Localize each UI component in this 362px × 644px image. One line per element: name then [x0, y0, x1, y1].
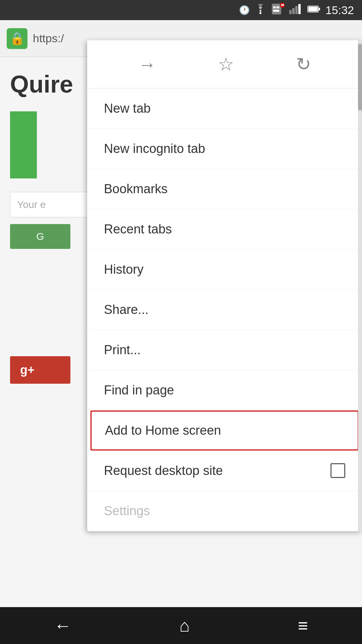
svg-rect-8: [289, 10, 292, 14]
svg-rect-9: [292, 8, 295, 14]
reload-icon[interactable]: ↻: [286, 50, 321, 78]
request-desktop-checkbox[interactable]: [330, 463, 345, 478]
battery-icon: [307, 5, 321, 15]
menu-button[interactable]: ≡: [298, 615, 308, 636]
status-icons: 🕐: [239, 3, 354, 17]
menu-item-history[interactable]: History: [87, 250, 362, 290]
menu-item-request-desktop-site[interactable]: Request desktop site: [87, 450, 362, 491]
home-button[interactable]: ⌂: [179, 615, 190, 636]
menu-item-print[interactable]: Print...: [87, 330, 362, 370]
menu-item-new-incognito-tab[interactable]: New incognito tab: [87, 129, 362, 169]
menu-item-share[interactable]: Share...: [87, 290, 362, 330]
svg-rect-1: [272, 4, 281, 14]
menu-item-bookmarks[interactable]: Bookmarks: [87, 169, 362, 209]
google-plus-icon: g+: [20, 363, 35, 377]
forward-icon[interactable]: →: [128, 51, 166, 78]
wifi-icon: [254, 4, 266, 16]
menu-top-icons: → ☆ ↻: [87, 40, 362, 89]
svg-rect-3: [277, 6, 279, 8]
menu-item-find-in-page[interactable]: Find in page: [87, 370, 362, 411]
bookmark-icon[interactable]: ☆: [208, 50, 244, 78]
status-bar: 🕐: [0, 0, 362, 20]
url-display[interactable]: https:/: [33, 32, 64, 45]
menu-item-new-tab[interactable]: New tab: [87, 89, 362, 129]
svg-rect-11: [298, 4, 301, 14]
sim-error-icon: [271, 3, 285, 17]
ssl-lock: 🔒: [7, 28, 27, 49]
browser-menu: → ☆ ↻ New tab New incognito tab Bookmark…: [87, 40, 362, 531]
green-logo-block: [10, 111, 37, 178]
svg-rect-4: [273, 10, 279, 12]
settings-label: Settings: [104, 504, 150, 518]
menu-item-add-to-home-screen[interactable]: Add to Home screen: [90, 411, 359, 450]
menu-item-settings[interactable]: Settings: [87, 491, 362, 531]
bottom-nav: ← ⌂ ≡: [0, 607, 362, 644]
status-time: 15:32: [325, 4, 354, 17]
submit-button[interactable]: G: [10, 224, 70, 249]
menu-item-recent-tabs[interactable]: Recent tabs: [87, 209, 362, 250]
signal-icon: [289, 4, 303, 16]
menu-scrollbar[interactable]: [358, 40, 362, 531]
google-plus-button[interactable]: g+: [10, 356, 70, 384]
back-button[interactable]: ←: [54, 615, 71, 636]
svg-point-0: [259, 12, 261, 14]
svg-rect-13: [318, 8, 320, 10]
scrollbar-thumb[interactable]: [358, 44, 362, 111]
svg-rect-2: [273, 6, 276, 8]
lock-icon: 🔒: [10, 32, 25, 46]
browser-background: 🔒 https:/ Quire Your e G g+ → ☆ ↻ New ta…: [0, 20, 362, 644]
svg-rect-14: [308, 7, 318, 11]
clock-icon: 🕐: [239, 5, 250, 15]
svg-rect-10: [295, 6, 298, 14]
